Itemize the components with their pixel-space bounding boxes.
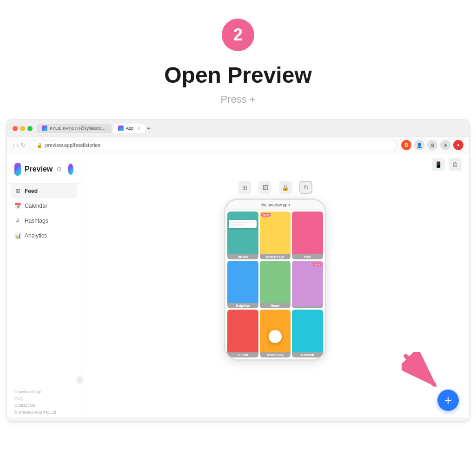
toolbar-lock-icon[interactable]: 🔒 [279,181,292,194]
photo-label-beachday: Beach Day [260,352,291,357]
top-section: 2 Open Preview Press + [0,0,476,119]
extension-icon-4: ● [453,140,463,150]
new-tab-button[interactable]: + [147,125,151,132]
footer-copyright: © Preview App Pty Ltd [14,409,74,416]
arrow-container [402,352,443,396]
photo-label-home: Home [260,303,291,308]
photo-bg-dolphins [227,261,258,304]
traffic-light-green[interactable] [27,126,33,131]
sidebar-footer: Download App FAQ Contact Us © Preview Ap… [7,385,81,421]
photo-badge-beachyoga: NEW [261,213,271,217]
sidebar-label-calendar: Calendar [25,203,47,209]
add-icon-beachday [269,330,282,343]
footer-faq[interactable]: FAQ [14,396,74,402]
svg-line-1 [406,356,434,384]
photo-cell-home[interactable]: Home [260,261,291,309]
photo-label-drinks: Drinks [227,254,258,259]
photo-label-dolphins: Dolphins [227,303,258,308]
photo-cell-sunset[interactable]: Sunset [227,310,258,357]
photo-bg-pool [292,212,323,254]
lock-icon: 🔒 [37,143,42,148]
tab-favicon-instagram [42,126,47,131]
phone-url: the.preview.app [260,203,290,207]
photo-cell-dolphins[interactable]: Dolphins [227,261,258,309]
photo-bg-purple: NEW [292,261,323,307]
card-line-short [231,224,245,225]
footer-contact[interactable]: Contact Us [14,402,74,409]
photo-bg-home [260,261,291,304]
extension-icon-1: 👤 [414,140,424,150]
photo-bg-coconut [292,310,323,352]
browser-tabs: KYLIE KATICH (@kyliekatich) × App × + [37,124,463,133]
address-bar[interactable]: 🔒 preview.app/feed/stories [30,140,397,150]
main-title: Open Preview [164,62,311,88]
photo-cell-drinks[interactable]: Drinks [227,212,258,259]
extension-icon-3: ★ [440,140,450,150]
url-text: preview.app/feed/stories [45,142,100,148]
calendar-icon: 📅 [14,203,21,209]
browser-nav: ‹ › ↻ 🔒 preview.app/feed/stories B 👤 ⚙ ★… [7,137,469,153]
tab-label-app: App [126,126,133,131]
sidebar: Preview ⚙ ⊞ Feed 📅 Calendar # Hashtags 📊… [7,153,81,417]
tab-close-app[interactable]: × [138,126,140,131]
traffic-light-red[interactable] [13,126,18,131]
tab-label-instagram: KYLIE KATICH (@kyliekatich) × [50,126,107,131]
tab-app[interactable]: App × [113,124,145,133]
plus-button-label: + [444,393,452,408]
tab-instagram[interactable]: KYLIE KATICH (@kyliekatich) × [37,124,112,133]
photo-cell-coconut[interactable]: Coconut [292,310,323,357]
nav-back[interactable]: ‹ [13,141,15,149]
photo-label-beachyoga: Beach Yoga [260,254,291,259]
photo-card-drinks [229,220,257,228]
sidebar-label-feed: Feed [25,188,38,194]
photo-label-sunset: Sunset [227,352,258,357]
brand-avatar [68,164,73,175]
photo-badge-purple: NEW [313,263,321,266]
photo-bg-drinks [227,212,258,254]
calendar-view-icon[interactable]: 🗓 [449,158,462,171]
sidebar-item-analytics[interactable]: 📊 Analytics [7,228,81,243]
feed-icon: ⊞ [14,188,21,194]
main-header: 📱 🗓 [81,153,469,176]
photo-bg-sunset [227,310,258,352]
brave-icon: B [401,140,411,150]
toolbar-grid-icon[interactable]: ⊞ [238,181,251,194]
sidebar-label-hashtags: Hashtags [25,218,48,224]
extension-icon-2: ⚙ [427,140,437,150]
toolbar-photo-icon[interactable]: 🖼 [258,181,271,194]
traffic-lights [13,126,33,131]
sidebar-collapse-button[interactable]: ‹ [76,376,84,384]
toolbar-refresh-icon[interactable]: ↻ [299,181,312,194]
brand-name: Preview [25,165,53,173]
subtitle: Press + [220,93,255,106]
phone-view-icon[interactable]: 📱 [432,158,445,171]
sidebar-item-hashtags[interactable]: # Hashtags [7,213,81,228]
phone-content: Drinks NEW Beach Yoga Pool [225,210,325,359]
nav-refresh[interactable]: ↻ [20,141,26,149]
sidebar-item-feed[interactable]: ⊞ Feed [11,184,77,198]
photo-label-coconut: Coconut [292,352,323,357]
analytics-icon: 📊 [14,232,21,239]
toolbar-icons: ⊞ 🖼 🔒 ↻ [238,181,312,194]
photo-cell-beachday[interactable]: Beach Day [260,310,291,357]
nav-icons: B 👤 ⚙ ★ ● [401,140,463,150]
photo-cell-purple[interactable]: NEW [292,261,323,309]
hashtag-icon: # [14,218,21,224]
sidebar-item-calendar[interactable]: 📅 Calendar [7,198,81,213]
footer-download[interactable]: Download App [14,389,74,395]
app-content: Preview ⚙ ⊞ Feed 📅 Calendar # Hashtags 📊… [7,153,469,417]
nav-arrows: ‹ › ↻ [13,141,26,149]
plus-button[interactable]: + [437,390,459,411]
tab-favicon-app [118,126,124,131]
photo-cell-beachyoga[interactable]: NEW Beach Yoga [260,212,291,259]
sidebar-label-analytics: Analytics [25,232,47,239]
brand-settings-icon[interactable]: ⚙ [56,165,62,173]
traffic-light-yellow[interactable] [20,126,25,131]
phone-mockup: the.preview.app [224,198,326,361]
step-badge: 2 [222,19,254,51]
photo-cell-pool[interactable]: Pool [292,212,323,259]
pink-arrow-icon [402,352,443,394]
browser-window: KYLIE KATICH (@kyliekatich) × App × + ‹ … [7,119,469,422]
brand-icon [14,163,21,176]
nav-forward[interactable]: › [17,141,19,149]
